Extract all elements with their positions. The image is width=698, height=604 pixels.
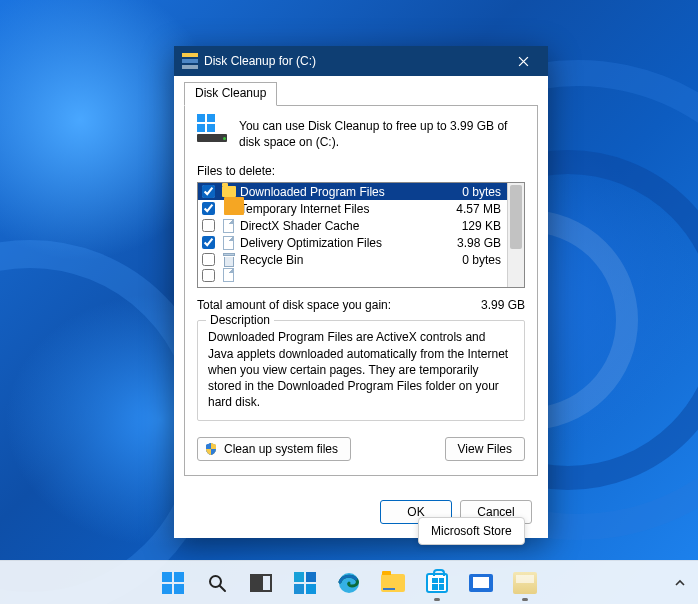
clean-system-files-button[interactable]: Clean up system files (197, 437, 351, 461)
file-row[interactable]: Delivery Optimization Files3.98 GB (198, 234, 507, 251)
mail-icon (469, 574, 493, 592)
drive-icon (197, 118, 229, 142)
description-group: Description Downloaded Program Files are… (197, 320, 525, 421)
file-checkbox[interactable] (202, 219, 215, 232)
file-size: 0 bytes (431, 185, 503, 199)
file-checkbox[interactable] (202, 269, 215, 282)
file-name: DirectX Shader Cache (240, 219, 427, 233)
store-icon (426, 573, 448, 593)
file-row[interactable]: DirectX Shader Cache129 KB (198, 217, 507, 234)
edge-icon (337, 571, 361, 595)
file-name: Recycle Bin (240, 253, 427, 267)
tab-disk-cleanup[interactable]: Disk Cleanup (184, 82, 277, 106)
taskview-button[interactable] (241, 563, 281, 603)
file-name: Delivery Optimization Files (240, 236, 427, 250)
taskbar-tooltip: Microsoft Store (418, 517, 525, 545)
window-title: Disk Cleanup for (C:) (204, 54, 502, 68)
store-button[interactable] (417, 563, 457, 603)
clean-system-files-label: Clean up system files (224, 442, 338, 456)
shield-icon (204, 442, 218, 456)
file-name: Temporary Internet Files (240, 202, 427, 216)
tray-chevron-icon[interactable] (674, 577, 686, 589)
svg-line-1 (220, 586, 225, 591)
description-text: Downloaded Program Files are ActiveX con… (208, 329, 514, 410)
edge-button[interactable] (329, 563, 369, 603)
close-icon (518, 56, 529, 67)
desktop: Disk Cleanup for (C:) Disk Cleanup You c… (0, 0, 698, 604)
file-row[interactable]: Recycle Bin0 bytes (198, 251, 507, 268)
widgets-button[interactable] (285, 563, 325, 603)
file-row[interactable]: Downloaded Program Files0 bytes (198, 183, 507, 200)
view-files-button[interactable]: View Files (445, 437, 525, 461)
file-checkbox[interactable] (202, 185, 215, 198)
file-row[interactable]: Temporary Internet Files4.57 MB (198, 200, 507, 217)
close-button[interactable] (502, 47, 544, 75)
file-checkbox[interactable] (202, 202, 215, 215)
file-row[interactable] (198, 268, 507, 282)
file-size: 0 bytes (431, 253, 503, 267)
file-list[interactable]: Downloaded Program Files0 bytesTemporary… (198, 183, 507, 287)
file-size: 3.98 GB (431, 236, 503, 250)
files-to-delete-label: Files to delete: (197, 164, 525, 178)
file-size: 4.57 MB (431, 202, 503, 216)
total-gain-label: Total amount of disk space you gain: (197, 298, 481, 312)
file-checkbox[interactable] (202, 253, 215, 266)
windows-icon (162, 572, 184, 594)
search-button[interactable] (197, 563, 237, 603)
total-gain-value: 3.99 GB (481, 298, 525, 312)
start-button[interactable] (153, 563, 193, 603)
titlebar[interactable]: Disk Cleanup for (C:) (174, 46, 548, 76)
mail-button[interactable] (461, 563, 501, 603)
app-button[interactable] (505, 563, 545, 603)
tab-strip: Disk Cleanup (184, 82, 538, 106)
disk-cleanup-icon (182, 53, 198, 69)
file-name: Downloaded Program Files (240, 185, 427, 199)
description-legend: Description (206, 313, 274, 327)
search-icon (207, 573, 227, 593)
disk-cleanup-dialog: Disk Cleanup for (C:) Disk Cleanup You c… (174, 46, 548, 538)
taskbar (0, 560, 698, 604)
info-text: You can use Disk Cleanup to free up to 3… (239, 118, 525, 150)
explorer-button[interactable] (373, 563, 413, 603)
file-checkbox[interactable] (202, 236, 215, 249)
taskview-icon (250, 574, 272, 592)
file-size: 129 KB (431, 219, 503, 233)
widgets-icon (294, 572, 316, 594)
explorer-icon (381, 574, 405, 592)
app-icon (513, 572, 537, 594)
list-scrollbar[interactable] (507, 183, 524, 287)
